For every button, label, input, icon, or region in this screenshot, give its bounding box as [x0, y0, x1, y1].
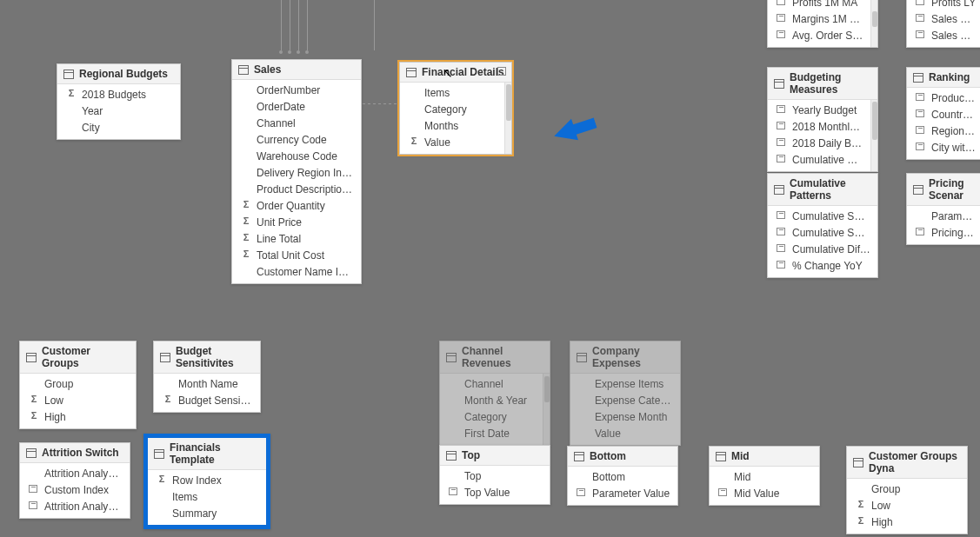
- table-header[interactable]: Sales: [232, 60, 361, 80]
- scroll-thumb[interactable]: [506, 84, 511, 121]
- field[interactable]: OrderNumber: [232, 83, 361, 99]
- field[interactable]: Parameter Value: [568, 486, 677, 502]
- field[interactable]: Cumulative Sales LY: [768, 225, 877, 242]
- table-pricing-scenarios[interactable]: Pricing Scenar Parameter Pricing Scena: [906, 173, 980, 245]
- field[interactable]: Month & Year: [440, 393, 543, 409]
- field[interactable]: Total Unit Cost: [232, 248, 361, 264]
- field[interactable]: Regional Sales: [907, 123, 980, 140]
- table-header[interactable]: Channel Revenues: [440, 341, 550, 374]
- table-header[interactable]: Top: [440, 446, 550, 466]
- table-budgeting-measures[interactable]: Budgeting Measures Yearly Budget 2018 Mo…: [767, 67, 878, 172]
- field[interactable]: Channel: [440, 376, 543, 393]
- field[interactable]: Warehouse Code: [232, 149, 361, 165]
- field[interactable]: Cumulative Diff. vs LY: [768, 242, 877, 258]
- field[interactable]: Product Sales R: [907, 90, 980, 107]
- field[interactable]: Top: [440, 468, 550, 485]
- scrollbar[interactable]: [543, 374, 550, 445]
- field[interactable]: Group: [20, 376, 136, 393]
- table-header[interactable]: Bottom: [568, 447, 677, 467]
- field[interactable]: City within Cou: [907, 140, 980, 156]
- collapse-icon[interactable]: [497, 67, 506, 76]
- field[interactable]: Expense Items: [570, 376, 680, 393]
- field[interactable]: Summary: [148, 506, 266, 522]
- field[interactable]: Attrition Analysis Select: [20, 466, 130, 482]
- scroll-thumb[interactable]: [544, 376, 550, 402]
- table-header[interactable]: Company Expenses: [570, 341, 680, 374]
- field[interactable]: High: [20, 409, 136, 426]
- field[interactable]: Mid Value: [710, 486, 819, 502]
- table-cumulative-patterns[interactable]: Cumulative Patterns Cumulative Sales Cum…: [767, 173, 878, 278]
- field[interactable]: High: [847, 514, 967, 531]
- field[interactable]: Currency Code: [232, 132, 361, 149]
- field[interactable]: Unit Price: [232, 215, 361, 231]
- field[interactable]: Margins 1M MA: [768, 11, 870, 28]
- field[interactable]: Yearly Budget: [768, 103, 870, 119]
- field[interactable]: Group: [847, 481, 967, 498]
- field[interactable]: 2018 Budgets: [57, 87, 180, 103]
- scroll-thumb[interactable]: [872, 11, 877, 27]
- field[interactable]: Value: [570, 426, 680, 442]
- field[interactable]: Expense Month: [570, 409, 680, 426]
- field[interactable]: Budget Sensitivity: [154, 393, 260, 409]
- table-header[interactable]: Financial Details: [400, 63, 511, 83]
- scrollbar[interactable]: [870, 100, 877, 171]
- field[interactable]: Avg. Order Size 1M M: [768, 28, 870, 44]
- field[interactable]: Value: [400, 135, 504, 151]
- table-ranking[interactable]: Ranking Product Sales R Country Sales R …: [906, 67, 980, 160]
- table-financial-details[interactable]: Financial Details Items Category Months …: [399, 62, 512, 155]
- field[interactable]: Month Name: [154, 376, 260, 393]
- field[interactable]: % Change YoY: [768, 258, 877, 275]
- field[interactable]: City: [57, 120, 180, 136]
- field[interactable]: Pricing Scena: [907, 225, 980, 242]
- field[interactable]: Attrition Analysis Type: [20, 499, 130, 515]
- table-header[interactable]: Pricing Scenar: [907, 174, 980, 206]
- table-header[interactable]: Budget Sensitivites: [154, 341, 260, 374]
- field[interactable]: Product Description Index: [232, 182, 361, 198]
- field[interactable]: 2018 Daily Budgets: [768, 136, 870, 152]
- table-measures-partial-2[interactable]: Profits LY Sales Year to D Sales Year to…: [906, 0, 980, 48]
- scrollbar[interactable]: [870, 0, 877, 47]
- field[interactable]: Custom Index: [20, 482, 130, 499]
- field[interactable]: Bottom: [568, 469, 677, 486]
- field[interactable]: Mid: [710, 469, 819, 486]
- field[interactable]: 2018 Monthly Budge: [768, 119, 870, 136]
- field[interactable]: Expense Category: [570, 393, 680, 409]
- table-attrition-switch[interactable]: Attrition Switch Attrition Analysis Sele…: [19, 442, 130, 519]
- table-financials-template[interactable]: Financials Template Row Index Items Summ…: [143, 434, 270, 529]
- field[interactable]: Category: [400, 102, 504, 118]
- field[interactable]: Months: [400, 118, 504, 135]
- table-measures-partial[interactable]: Profits 1M MA Margins 1M MA Avg. Order S…: [767, 0, 878, 48]
- field[interactable]: Cumulative Sales: [768, 209, 877, 225]
- table-sales[interactable]: Sales OrderNumber OrderDate Channel Curr…: [231, 59, 362, 284]
- field[interactable]: Items: [400, 85, 504, 102]
- field[interactable]: Customer Name Index: [232, 264, 361, 281]
- field[interactable]: Channel: [232, 116, 361, 132]
- field[interactable]: Country Sales R: [907, 107, 980, 123]
- field[interactable]: Items: [148, 489, 266, 506]
- field[interactable]: Low: [847, 498, 967, 514]
- field[interactable]: Cumulative Budgets: [768, 152, 870, 169]
- field[interactable]: First Date: [440, 426, 543, 442]
- table-header[interactable]: Regional Budgets: [57, 64, 180, 84]
- field[interactable]: Year: [57, 103, 180, 120]
- table-header[interactable]: Customer Groups: [20, 341, 136, 374]
- scroll-thumb[interactable]: [872, 102, 877, 140]
- field[interactable]: Profits 1M MA: [768, 0, 870, 11]
- field[interactable]: Order Quantity: [232, 198, 361, 215]
- field[interactable]: Parameter: [907, 209, 980, 225]
- field[interactable]: Delivery Region Index: [232, 165, 361, 182]
- table-regional-budgets[interactable]: Regional Budgets 2018 Budgets Year City: [57, 63, 181, 140]
- field[interactable]: Profits LY: [907, 0, 980, 11]
- table-header[interactable]: Attrition Switch: [20, 443, 130, 463]
- table-customer-groups-dyna[interactable]: Customer Groups Dyna Group Low High: [846, 446, 968, 534]
- table-budget-sensitivites[interactable]: Budget Sensitivites Month Name Budget Se…: [153, 341, 261, 413]
- table-header[interactable]: Customer Groups Dyna: [847, 447, 967, 479]
- field[interactable]: Sales Year to D: [907, 11, 980, 28]
- scrollbar[interactable]: [504, 83, 511, 154]
- table-header[interactable]: Cumulative Patterns: [768, 174, 877, 206]
- field[interactable]: OrderDate: [232, 99, 361, 116]
- table-header[interactable]: Mid: [710, 447, 819, 467]
- table-top[interactable]: Top Top Top Value: [439, 445, 550, 505]
- field[interactable]: Top Value: [440, 485, 550, 501]
- field[interactable]: Low: [20, 393, 136, 409]
